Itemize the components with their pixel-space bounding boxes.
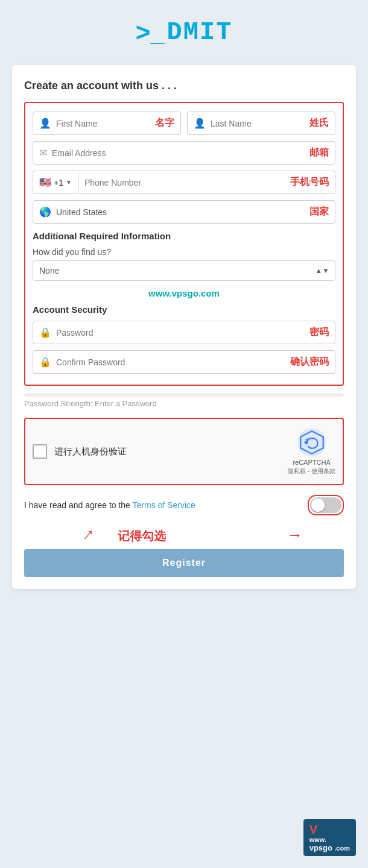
lock-icon: 🔒 (39, 327, 51, 338)
watermark: www.vpsgo.com (33, 288, 335, 298)
annotation-text: 记得勾选 (118, 528, 166, 544)
recaptcha-checkbox[interactable] (33, 444, 47, 459)
svg-point-0 (297, 429, 326, 457)
email-group[interactable]: ✉ 邮箱 (33, 141, 335, 165)
find-us-select[interactable]: None Google Friend Other (33, 260, 335, 281)
confirm-password-group[interactable]: 🔒 确认密码 (33, 350, 335, 374)
first-name-group[interactable]: 👤 名字 (33, 112, 181, 135)
phone-prefix[interactable]: 🇺🇸 +1 ▼ (33, 172, 78, 193)
password-input[interactable] (56, 328, 307, 338)
logo-symbol: >_ (136, 18, 165, 47)
flag-icon: 🇺🇸 (39, 177, 51, 188)
logo-text: DMIT (167, 18, 233, 47)
email-icon: ✉ (39, 147, 47, 159)
toggle-knob (311, 498, 325, 512)
logo: >_ DMIT (136, 18, 233, 47)
dropdown-arrow: ▼ (66, 179, 72, 186)
terms-toggle[interactable] (310, 497, 341, 513)
phone-group: 🇺🇸 +1 ▼ 手机号码 (33, 171, 335, 194)
country-row: 🌎 United States 国家 (33, 200, 335, 224)
recaptcha-brand-label: reCAPTCHA (293, 459, 330, 466)
email-input[interactable] (52, 148, 307, 158)
email-chinese: 邮箱 (309, 146, 329, 159)
country-chinese: 国家 (309, 206, 329, 218)
terms-area: I have read and agree to the Terms of Se… (24, 495, 344, 549)
recaptcha-links[interactable]: 隐私权 - 使用条款 (288, 467, 335, 476)
recaptcha-box[interactable]: 进行人机身份验证 reCAPTCHA 隐私权 - 使用条款 (24, 418, 344, 485)
recaptcha-right: reCAPTCHA 隐私权 - 使用条款 (288, 427, 335, 476)
phone-input-wrapper: 手机号码 (78, 171, 335, 193)
last-name-chinese: 姓氏 (309, 117, 329, 130)
recaptcha-left: 进行人机身份验证 (33, 444, 127, 459)
country-group[interactable]: 🌎 United States 国家 (33, 200, 335, 224)
terms-text-prefix: I have read and agree to the (24, 500, 133, 510)
card-title: Create an account with us . . . (24, 80, 344, 92)
password-strength-bar-container (24, 393, 344, 397)
additional-info-title: Additional Required Information (33, 231, 335, 241)
confirm-password-chinese: 确认密码 (290, 356, 329, 368)
vpsgo-badge: V www. vpsgo .com (303, 819, 356, 856)
form-section: 👤 名字 👤 姓氏 ✉ 邮箱 🇺🇸 +1 (24, 102, 344, 386)
name-row: 👤 名字 👤 姓氏 (33, 112, 335, 135)
phone-input[interactable] (84, 178, 288, 187)
phone-chinese: 手机号码 (290, 176, 329, 189)
toggle-wrapper (308, 495, 344, 515)
password-strength-text: Password Strength: Enter a Password (24, 399, 344, 408)
person-icon-2: 👤 (194, 118, 206, 129)
svg-point-1 (304, 441, 308, 444)
lock-icon-2: 🔒 (39, 356, 51, 368)
country-value: United States (56, 207, 307, 217)
find-us-label: How did you find us? (33, 247, 335, 257)
globe-icon: 🌎 (39, 206, 51, 218)
phone-code: +1 (54, 178, 63, 187)
last-name-group[interactable]: 👤 姓氏 (187, 112, 335, 135)
recaptcha-logo-icon (297, 427, 327, 458)
account-security-title: Account Security (33, 304, 335, 315)
register-button[interactable]: Register (24, 549, 344, 577)
phone-row: 🇺🇸 +1 ▼ 手机号码 (33, 171, 335, 194)
email-row: ✉ 邮箱 (33, 141, 335, 165)
first-name-input[interactable] (56, 119, 153, 128)
annotation-arrow-left: ↑ (84, 525, 94, 543)
person-icon: 👤 (39, 118, 51, 129)
password-group[interactable]: 🔒 密码 (33, 321, 335, 344)
annotation-arrow-right: → (287, 526, 303, 544)
first-name-chinese: 名字 (155, 117, 174, 130)
terms-text: I have read and agree to the Terms of Se… (24, 499, 293, 512)
password-chinese: 密码 (309, 326, 329, 339)
recaptcha-label: 进行人机身份验证 (54, 446, 127, 458)
terms-row: I have read and agree to the Terms of Se… (24, 495, 344, 515)
registration-card: Create an account with us . . . 👤 名字 👤 姓… (12, 65, 356, 589)
find-us-select-group: None Google Friend Other ▲▼ (33, 260, 335, 281)
confirm-password-input[interactable] (56, 357, 288, 367)
last-name-input[interactable] (211, 119, 307, 128)
terms-of-service-link[interactable]: Terms of Service (133, 500, 195, 510)
